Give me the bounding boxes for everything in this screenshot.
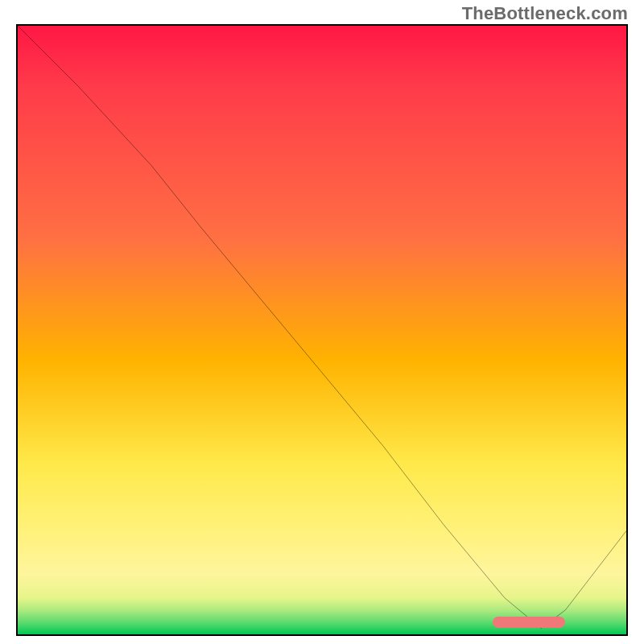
curve-path	[18, 26, 626, 628]
chart-frame: TheBottleneck.com	[0, 0, 644, 644]
bottleneck-curve	[18, 26, 626, 634]
watermark-text: TheBottleneck.com	[462, 3, 628, 24]
optimal-range-marker	[493, 617, 566, 628]
plot-area	[16, 24, 628, 636]
